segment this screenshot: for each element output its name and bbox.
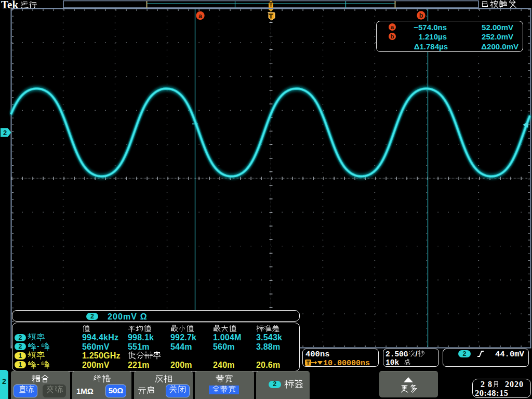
svg-text:2: 2 <box>3 129 7 137</box>
svg-text:a: a <box>198 12 203 20</box>
svg-text:b: b <box>419 12 423 19</box>
